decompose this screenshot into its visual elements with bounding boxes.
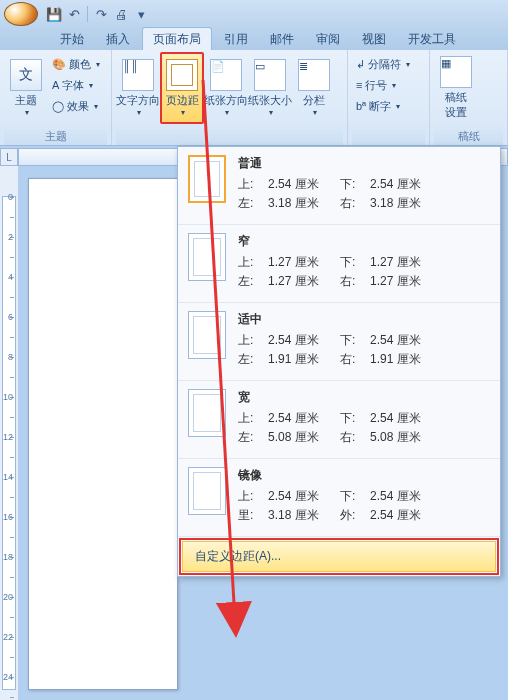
line-num-icon: ≡ [356, 79, 362, 91]
ribbon-tabs: 开始 插入 页面布局 引用 邮件 审阅 视图 开发工具 [0, 28, 508, 50]
qat-customize[interactable]: ▾ [131, 4, 151, 24]
preset-thumb-icon [188, 155, 226, 203]
theme-colors[interactable]: 🎨颜色▾ [52, 54, 100, 74]
tab-view[interactable]: 视图 [352, 28, 396, 50]
tab-developer[interactable]: 开发工具 [398, 28, 466, 50]
ribbon: 文 主题▾ 🎨颜色▾ A字体▾ ◯效果▾ 主题 ║║ 文字方向▾ 页边距▾ 📄 [0, 50, 508, 146]
preset-info: 镜像上:2.54 厘米下:2.54 厘米里:3.18 厘米外:2.54 厘米 [238, 467, 490, 526]
margins-preset-narrow[interactable]: 窄上:1.27 厘米下:1.27 厘米左:1.27 厘米右:1.27 厘米 [178, 225, 500, 303]
line-numbers-button[interactable]: ≡行号▾ [356, 75, 410, 95]
fonts-icon: A [52, 79, 59, 91]
preset-title: 宽 [238, 389, 490, 406]
theme-fonts[interactable]: A字体▾ [52, 75, 100, 95]
preset-info: 宽上:2.54 厘米下:2.54 厘米左:5.08 厘米右:5.08 厘米 [238, 389, 490, 448]
preset-info: 普通上:2.54 厘米下:2.54 厘米左:3.18 厘米右:3.18 厘米 [238, 155, 490, 214]
hyphen-icon: bª [356, 100, 366, 112]
breaks-icon: ↲ [356, 58, 365, 71]
vertical-ruler-gutter: 02468101214161820222426 [0, 166, 18, 700]
margins-preset-moderate[interactable]: 适中上:2.54 厘米下:2.54 厘米左:1.91 厘米右:1.91 厘米 [178, 303, 500, 381]
preset-info: 适中上:2.54 厘米下:2.54 厘米左:1.91 厘米右:1.91 厘米 [238, 311, 490, 370]
breaks-button[interactable]: ↲分隔符▾ [356, 54, 410, 74]
custom-margins-button[interactable]: 自定义边距(A)... [182, 541, 496, 572]
manuscript-icon: ▦ [440, 56, 472, 88]
orientation-button[interactable]: 📄 纸张方向▾ [204, 52, 248, 124]
vertical-ruler[interactable]: 02468101214161820222426 [2, 196, 16, 690]
text-direction-icon: ║║ [122, 59, 154, 91]
size-button[interactable]: ▭ 纸张大小▾ [248, 52, 292, 124]
document-page[interactable] [28, 178, 178, 690]
size-icon: ▭ [254, 59, 286, 91]
preset-title: 普通 [238, 155, 490, 172]
manuscript-button[interactable]: ▦ 稿纸 设置 [434, 52, 478, 124]
effects-icon: ◯ [52, 100, 64, 113]
tab-home[interactable]: 开始 [50, 28, 94, 50]
preset-thumb-icon [188, 467, 226, 515]
preset-title: 窄 [238, 233, 490, 250]
group-label-manuscript: 稿纸 [434, 129, 503, 145]
tab-references[interactable]: 引用 [214, 28, 258, 50]
qat-print[interactable]: 🖨 [111, 4, 131, 24]
group-label-breaks [352, 129, 425, 145]
preset-thumb-icon [188, 311, 226, 359]
text-direction-button[interactable]: ║║ 文字方向▾ [116, 52, 160, 124]
tab-review[interactable]: 审阅 [306, 28, 350, 50]
group-label-theme: 主题 [4, 129, 107, 145]
tab-mailings[interactable]: 邮件 [260, 28, 304, 50]
preset-title: 适中 [238, 311, 490, 328]
margins-preset-wide[interactable]: 宽上:2.54 厘米下:2.54 厘米左:5.08 厘米右:5.08 厘米 [178, 381, 500, 459]
preset-thumb-icon [188, 233, 226, 281]
title-bar: 💾 ↶ ↷ 🖨 ▾ [0, 0, 508, 28]
office-button[interactable] [4, 2, 38, 26]
tab-page-layout[interactable]: 页面布局 [142, 27, 212, 50]
qat-undo[interactable]: ↶ [64, 4, 84, 24]
preset-title: 镜像 [238, 467, 490, 484]
columns-button[interactable]: ≣ 分栏▾ [292, 52, 336, 124]
margins-preset-normal[interactable]: 普通上:2.54 厘米下:2.54 厘米左:3.18 厘米右:3.18 厘米 [178, 147, 500, 225]
preset-info: 窄上:1.27 厘米下:1.27 厘米左:1.27 厘米右:1.27 厘米 [238, 233, 490, 292]
themes-button[interactable]: 文 主题▾ [4, 52, 48, 124]
tab-insert[interactable]: 插入 [96, 28, 140, 50]
ruler-corner[interactable]: L [0, 148, 18, 166]
group-label-page-setup [116, 129, 343, 145]
margins-preset-mirror[interactable]: 镜像上:2.54 厘米下:2.54 厘米里:3.18 厘米外:2.54 厘米 [178, 459, 500, 537]
margins-dropdown: 普通上:2.54 厘米下:2.54 厘米左:3.18 厘米右:3.18 厘米窄上… [177, 146, 501, 577]
colors-icon: 🎨 [52, 58, 66, 71]
columns-icon: ≣ [298, 59, 330, 91]
hyphenation-button[interactable]: bª断字▾ [356, 96, 410, 116]
margins-icon [166, 59, 198, 91]
orientation-icon: 📄 [210, 59, 242, 91]
qat-save[interactable]: 💾 [44, 4, 64, 24]
margins-button[interactable]: 页边距▾ [160, 52, 204, 124]
qat-redo[interactable]: ↷ [91, 4, 111, 24]
theme-effects[interactable]: ◯效果▾ [52, 96, 100, 116]
qat-separator [87, 6, 88, 22]
preset-thumb-icon [188, 389, 226, 437]
themes-icon: 文 [10, 59, 42, 91]
